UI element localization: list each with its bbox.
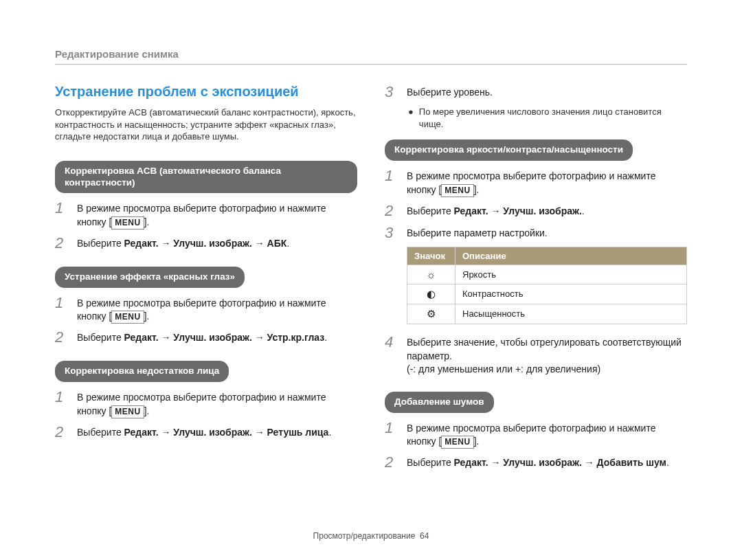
subsection-pill-face: Корректировка недостатков лица xyxy=(55,361,229,382)
step-text: В режиме просмотра выберите фотографию и… xyxy=(77,389,357,418)
step-number: 1 xyxy=(385,168,400,184)
steps-brightness-cont: 4 Выберите значение, чтобы отрегулироват… xyxy=(385,334,687,377)
steps-brightness: 1 В режиме просмотра выберите фотографию… xyxy=(385,168,687,241)
step-row: 2 Выберите Редакт. → Улучш. изображ. → А… xyxy=(55,235,357,251)
table-cell-desc: Контрастность xyxy=(456,284,687,304)
menu-button-label: MENU xyxy=(441,184,473,197)
step-row: 1 В режиме просмотра выберите фотографию… xyxy=(55,200,357,229)
step-text: Выберите параметр настройки. xyxy=(407,225,548,240)
text: ]. xyxy=(144,311,150,322)
contrast-icon: ◐ xyxy=(407,284,456,304)
steps-redeye: 1 В режиме просмотра выберите фотографию… xyxy=(55,295,357,346)
text: . xyxy=(286,238,289,249)
text: (-: для уменьшения или +: для увеличения… xyxy=(407,363,600,374)
text: . xyxy=(328,427,331,438)
step-text: Выберите значение, чтобы отрегулировать … xyxy=(407,334,687,377)
steps-noise: 1 В режиме просмотра выберите фотографию… xyxy=(385,420,687,471)
step-row: 4 Выберите значение, чтобы отрегулироват… xyxy=(385,334,687,377)
step-number: 1 xyxy=(55,295,70,311)
step-number: 1 xyxy=(55,389,70,405)
page: Редактирование снимка Устранение проблем… xyxy=(0,0,742,560)
step-number: 2 xyxy=(55,424,70,440)
step-number: 4 xyxy=(385,334,400,350)
step-text: В режиме просмотра выберите фотографию и… xyxy=(77,295,357,324)
page-footer: Просмотр/редактирование 64 xyxy=(0,531,742,541)
text: . xyxy=(666,457,669,468)
subsection-pill-noise: Добавление шумов xyxy=(385,392,494,413)
text: Выберите xyxy=(77,238,124,249)
breadcrumb: Редактирование снимка xyxy=(55,48,687,65)
saturation-icon: ⚙ xyxy=(407,304,456,324)
step-number: 2 xyxy=(55,235,70,251)
menu-path: Редакт. → Улучш. изображ. → Ретушь лица xyxy=(124,427,329,438)
menu-button-label: MENU xyxy=(111,405,144,418)
menu-button-label: MENU xyxy=(111,311,144,324)
text: Выберите xyxy=(407,457,454,468)
sub-bullet: ● По мере увеличения числового значения … xyxy=(408,106,687,130)
step-row: 1 В режиме просмотра выберите фотографию… xyxy=(55,295,357,324)
text: . xyxy=(582,205,585,216)
step-number: 3 xyxy=(385,225,400,241)
step-number: 1 xyxy=(385,420,400,436)
menu-path: Редакт. → Улучш. изображ. → Устр.кр.глаз xyxy=(124,332,325,343)
menu-button-label: MENU xyxy=(111,216,144,229)
subsection-pill-redeye: Устранение эффекта «красных глаз» xyxy=(55,267,245,288)
subsection-pill-brightness: Корректировка яркости/контраста/насыщенн… xyxy=(385,139,633,161)
step-row: 3 Выберите параметр настройки. xyxy=(385,225,687,241)
menu-button-label: MENU xyxy=(441,436,473,449)
param-table-wrap: Значок Описание ☼ Яркость ◐ Контрастност… xyxy=(385,247,687,324)
step-row: 2 Выберите Редакт. → Улучш. изображ. → Р… xyxy=(55,424,357,440)
intro-text: Откорректируйте АСВ (автоматический бала… xyxy=(55,107,357,143)
step-row: 2 Выберите Редакт. → Улучш. изображ. → Д… xyxy=(385,454,687,471)
text: Выберите xyxy=(407,205,454,216)
step-row: 2 Выберите Редакт. → Улучш. изображ.. xyxy=(385,203,687,219)
step-text: Выберите Редакт. → Улучш. изображ.. xyxy=(407,203,585,219)
table-row: ☼ Яркость xyxy=(407,265,687,284)
text: ]. xyxy=(474,436,480,447)
text: Выберите xyxy=(77,427,124,438)
sub-bullet-text: По мере увеличения числового значения ли… xyxy=(419,106,687,130)
brightness-icon: ☼ xyxy=(407,265,456,284)
step-text: В режиме просмотра выберите фотографию и… xyxy=(407,168,687,197)
bullet-icon: ● xyxy=(408,106,414,130)
step-text: Выберите Редакт. → Улучш. изображ. → Рет… xyxy=(77,424,331,440)
steps-acb: 1 В режиме просмотра выберите фотографию… xyxy=(55,200,357,251)
step-row: 1 В режиме просмотра выберите фотографию… xyxy=(55,389,357,418)
table-row: ◐ Контрастность xyxy=(407,284,687,304)
step-text: Выберите Редакт. → Улучш. изображ. → АБК… xyxy=(77,235,289,251)
step-number: 1 xyxy=(55,200,70,216)
menu-path: Редакт. → Улучш. изображ. → АБК xyxy=(124,238,287,249)
step-number: 3 xyxy=(385,84,400,100)
footer-section: Просмотр/редактирование xyxy=(313,531,416,541)
subsection-pill-acb: Корректировка ACB (автоматического балан… xyxy=(55,161,357,194)
text: Выберите xyxy=(77,332,124,343)
table-row: ⚙ Насыщенность xyxy=(407,304,687,324)
step-row: 2 Выберите Редакт. → Улучш. изображ. → У… xyxy=(55,329,357,346)
step-text: Выберите Редакт. → Улучш. изображ. → Доб… xyxy=(407,454,669,470)
section-title: Устранение проблем с экспозицией xyxy=(55,84,357,100)
step-row: 1 В режиме просмотра выберите фотографию… xyxy=(385,420,687,449)
param-table: Значок Описание ☼ Яркость ◐ Контрастност… xyxy=(407,247,687,324)
step-text: В режиме просмотра выберите фотографию и… xyxy=(77,200,357,229)
step-number: 2 xyxy=(385,454,400,471)
step-row: 3 Выберите уровень. xyxy=(385,84,687,100)
text: ]. xyxy=(144,405,150,416)
text: ]. xyxy=(474,184,480,195)
text: ]. xyxy=(144,216,150,227)
step-text: В режиме просмотра выберите фотографию и… xyxy=(407,420,687,449)
text: . xyxy=(324,332,327,343)
menu-path: Редакт. → Улучш. изображ. xyxy=(454,205,582,216)
footer-page-number: 64 xyxy=(420,531,429,541)
step-number: 2 xyxy=(385,203,400,219)
right-column: 3 Выберите уровень. ● По мере увеличения… xyxy=(385,84,687,486)
text: Выберите значение, чтобы отрегулировать … xyxy=(407,337,682,361)
table-header-desc: Описание xyxy=(456,247,687,265)
table-cell-desc: Яркость xyxy=(456,265,687,284)
content-columns: Устранение проблем с экспозицией Откорре… xyxy=(55,84,687,486)
sub-bullet-list: ● По мере увеличения числового значения … xyxy=(408,106,687,130)
left-column: Устранение проблем с экспозицией Откорре… xyxy=(55,84,357,486)
step-row: 1 В режиме просмотра выберите фотографию… xyxy=(385,168,687,197)
steps-face: 1 В режиме просмотра выберите фотографию… xyxy=(55,389,357,440)
table-cell-desc: Насыщенность xyxy=(456,304,687,324)
step-text: Выберите Редакт. → Улучш. изображ. → Уст… xyxy=(77,329,327,345)
